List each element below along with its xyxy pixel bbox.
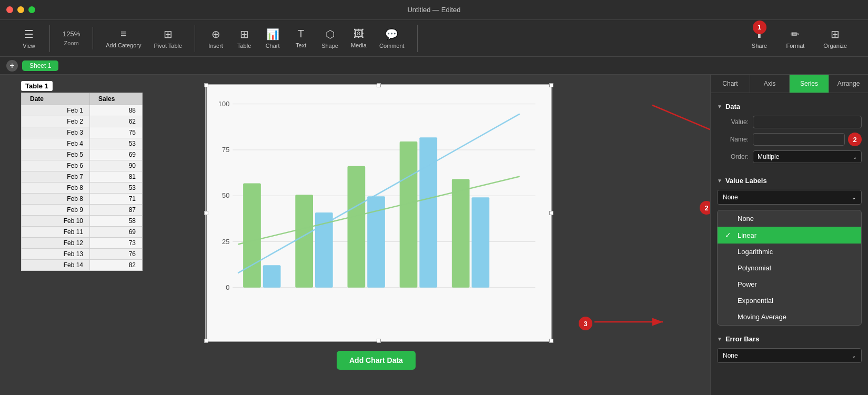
value-labels-chevron-icon: ▼: [717, 178, 722, 184]
cell-sales[interactable]: 82: [90, 260, 143, 271]
share-button[interactable]: ⬆ Share 1: [746, 25, 773, 52]
share-label: Share: [752, 43, 767, 49]
view-group: ☰ View: [8, 25, 50, 52]
cell-date[interactable]: Feb 9: [22, 205, 90, 216]
comment-button[interactable]: 💬 Comment: [374, 25, 410, 52]
dropdown-item-power[interactable]: Power: [718, 276, 861, 292]
error-bars-chevron-icon: ⌄: [852, 353, 856, 359]
cell-sales[interactable]: 69: [90, 227, 143, 238]
cell-sales[interactable]: 87: [90, 205, 143, 216]
cell-date[interactable]: Feb 1: [22, 105, 90, 116]
sidebar-icon: ☰: [24, 28, 34, 40]
add-sheet-button[interactable]: +: [6, 60, 18, 72]
cell-sales[interactable]: 62: [90, 116, 143, 127]
tab-axis[interactable]: Axis: [750, 75, 790, 93]
sheet-tab-1[interactable]: Sheet 1: [22, 60, 58, 71]
cell-date[interactable]: Feb 6: [22, 160, 90, 171]
tab-chart[interactable]: Chart: [711, 75, 750, 93]
add-category-group: ≡ Add Category ⊞ Pivot Table: [93, 25, 195, 52]
organize-button[interactable]: ⊞ Organize: [818, 25, 852, 52]
step-1-arrow: [647, 100, 710, 158]
table-button[interactable]: ⊞ Table: [231, 25, 257, 52]
maximize-button[interactable]: [28, 6, 35, 13]
step-2-badge: 2: [700, 201, 710, 215]
handle-ml[interactable]: [204, 211, 208, 215]
cell-sales[interactable]: 58: [90, 216, 143, 227]
format-button[interactable]: ✏ Format: [781, 25, 810, 52]
cell-date[interactable]: Feb 13: [22, 249, 90, 260]
handle-tm[interactable]: [377, 83, 381, 87]
cell-sales[interactable]: 71: [90, 194, 143, 205]
table-row: Feb 1273: [22, 238, 143, 249]
dropdown-item-none[interactable]: None: [718, 210, 861, 227]
cell-date[interactable]: Feb 11: [22, 227, 90, 238]
cell-date[interactable]: Feb 2: [22, 116, 90, 127]
cell-sales[interactable]: 90: [90, 160, 143, 171]
chart-button[interactable]: 📊 Chart: [259, 25, 286, 52]
cell-date[interactable]: Feb 14: [22, 260, 90, 271]
tab-series[interactable]: Series: [790, 75, 829, 93]
panel-tabs: Chart Axis Series Arrange: [711, 75, 868, 93]
add-category-button[interactable]: ≡ Add Category: [100, 25, 146, 52]
handle-bl[interactable]: [204, 339, 208, 343]
cell-date[interactable]: Feb 5: [22, 149, 90, 160]
cell-sales[interactable]: 88: [90, 105, 143, 116]
cell-sales[interactable]: 75: [90, 127, 143, 138]
table-row: Feb 1376: [22, 249, 143, 260]
view-button[interactable]: ☰ View: [16, 25, 42, 52]
dropdown-item-polynomial[interactable]: Polynomial: [718, 260, 861, 276]
error-bars-title: Error Bars: [725, 335, 759, 343]
cell-date[interactable]: Feb 4: [22, 138, 90, 149]
order-dropdown[interactable]: Multiple ⌄: [753, 150, 862, 163]
add-chart-data-button[interactable]: Add Chart Data: [337, 351, 416, 370]
cell-sales[interactable]: 53: [90, 183, 143, 194]
dropdown-item-moving-average[interactable]: Moving Average: [718, 309, 861, 325]
pivot-table-button[interactable]: ⊞ Pivot Table: [149, 25, 188, 52]
insert-button[interactable]: ⊕ Insert: [203, 25, 229, 52]
cell-date[interactable]: Feb 3: [22, 127, 90, 138]
dropdown-item-exponential[interactable]: Exponential: [718, 292, 861, 309]
handle-tr[interactable]: [549, 83, 553, 87]
dropdown-item-linear[interactable]: ✓ Linear: [718, 227, 861, 244]
cell-sales[interactable]: 69: [90, 149, 143, 160]
handle-bm[interactable]: [377, 339, 381, 343]
chart-container[interactable]: 100 75 50 25 0: [205, 84, 552, 342]
cell-date[interactable]: Feb 7: [22, 171, 90, 183]
cell-date[interactable]: Feb 8: [22, 183, 90, 194]
handle-br[interactable]: [549, 339, 553, 343]
col-sales: Sales: [90, 93, 143, 105]
value-labels-dropdown[interactable]: None ⌄: [717, 190, 862, 205]
close-button[interactable]: [6, 6, 13, 13]
media-button[interactable]: 🖼 Media: [346, 25, 372, 52]
linear-check-icon: ✓: [725, 231, 733, 239]
name-input[interactable]: [753, 133, 845, 146]
data-section-title: Data: [725, 103, 740, 110]
minimize-button[interactable]: [17, 6, 24, 13]
cell-date[interactable]: Feb 10: [22, 216, 90, 227]
cell-sales[interactable]: 73: [90, 238, 143, 249]
table-row: Feb 1169: [22, 227, 143, 238]
table-icon: ⊞: [240, 28, 249, 40]
svg-rect-13: [295, 195, 313, 288]
view-label: View: [23, 43, 35, 49]
dropdown-linear-label: Linear: [738, 231, 756, 239]
cell-date[interactable]: Feb 8: [22, 194, 90, 205]
svg-rect-17: [400, 141, 418, 288]
svg-text:100: 100: [218, 100, 229, 108]
error-bars-dropdown[interactable]: None ⌄: [717, 348, 862, 363]
handle-tl[interactable]: [204, 83, 208, 87]
cell-sales[interactable]: 76: [90, 249, 143, 260]
cell-sales[interactable]: 81: [90, 171, 143, 183]
dropdown-item-logarithmic[interactable]: Logarithmic: [718, 244, 861, 260]
value-input[interactable]: [753, 116, 862, 128]
table-row: Feb 569: [22, 149, 143, 160]
zoom-button[interactable]: 125% Zoom: [57, 27, 85, 49]
tab-arrange[interactable]: Arrange: [829, 75, 868, 93]
cell-date[interactable]: Feb 12: [22, 238, 90, 249]
text-button[interactable]: T Text: [288, 25, 314, 52]
cell-sales[interactable]: 53: [90, 138, 143, 149]
order-row: Order: Multiple ⌄: [717, 150, 862, 163]
handle-mr[interactable]: [549, 211, 553, 215]
insert-group: ⊕ Insert ⊞ Table 📊 Chart T Text ⬡ Shape …: [195, 25, 418, 52]
shape-button[interactable]: ⬡ Shape: [316, 25, 344, 52]
